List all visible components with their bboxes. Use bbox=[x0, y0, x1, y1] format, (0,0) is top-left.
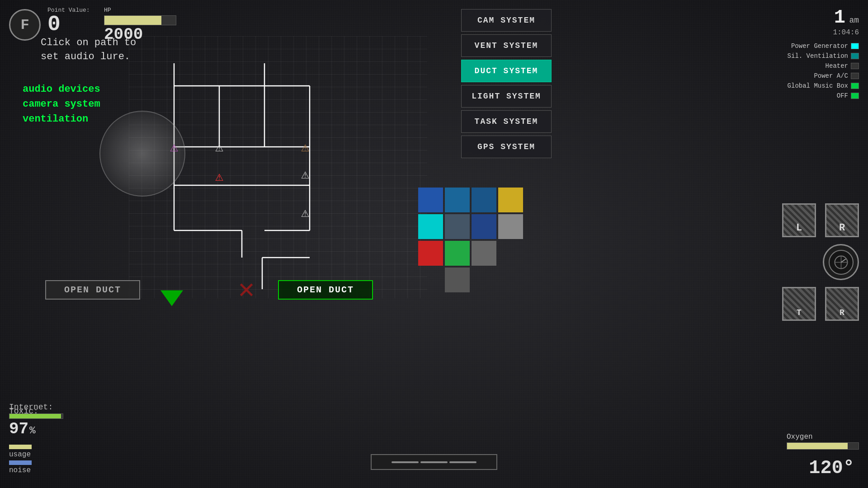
sil-ventilation-indicator bbox=[851, 53, 859, 59]
left-labels: audio devices camera system ventilation bbox=[23, 84, 100, 125]
warning-brown: ⚠ bbox=[301, 139, 309, 155]
color-cell-7[interactable] bbox=[472, 214, 496, 239]
right-control-button[interactable]: R bbox=[825, 203, 859, 237]
t-btn-label: T bbox=[797, 308, 802, 317]
oxygen-bar bbox=[787, 442, 859, 450]
system-buttons-panel: CAM SYSTEM VENT SYSTEM DUCT SYSTEM LIGHT… bbox=[461, 9, 552, 158]
left-btn-label: L bbox=[796, 222, 802, 234]
task-system-button[interactable]: TASK SYSTEM bbox=[461, 110, 552, 133]
far-right-panel: 1 am 1:04:6 Power Generator Sil. Ventila… bbox=[788, 7, 859, 99]
cam-system-button[interactable]: CAM SYSTEM bbox=[461, 9, 552, 32]
r-btn-label-bottom: R bbox=[840, 308, 844, 317]
sil-ventilation-label: Sil. Ventilation bbox=[788, 52, 848, 60]
power-generator-indicator bbox=[851, 43, 859, 49]
color-cell-gray bbox=[472, 241, 496, 266]
cross-mark: ✕ bbox=[238, 272, 255, 306]
open-duct-right-button[interactable]: OPEN DUCT bbox=[278, 280, 373, 300]
ac-label: Power A/C bbox=[814, 72, 848, 80]
badge-letter: F bbox=[20, 17, 29, 33]
internet-percent: 97 bbox=[9, 420, 28, 438]
lr-buttons-bottom: T R bbox=[782, 287, 859, 321]
r-control-button[interactable]: R bbox=[825, 287, 859, 321]
t-control-button[interactable]: T bbox=[782, 287, 816, 321]
internet-text: Internet: bbox=[9, 403, 53, 412]
hp-label: HP bbox=[104, 7, 111, 14]
vent-system-button[interactable]: VENT SYSTEM bbox=[461, 34, 552, 57]
color-cell-gray2 bbox=[445, 267, 470, 292]
internet-label: Internet: 97 % bbox=[9, 403, 63, 438]
ac-indicator bbox=[851, 73, 859, 79]
ac-row: Power A/C bbox=[788, 72, 859, 80]
radar-symbol bbox=[833, 254, 849, 270]
map-area: ⚠ ⚠ ⚠ ⚠ ⚠ ⚠ bbox=[129, 36, 427, 298]
point-area: Point Value: 0 bbox=[47, 7, 90, 35]
point-value: 0 bbox=[47, 14, 90, 35]
usage-label-text: usage bbox=[9, 450, 31, 459]
color-grid: ⊙ bbox=[418, 188, 523, 292]
bottom-center-bar bbox=[371, 454, 497, 470]
instruction-line1: Click on path to bbox=[41, 36, 136, 50]
warning-white-1: ⚠ bbox=[215, 139, 223, 155]
music-row: Global Music Box bbox=[788, 82, 859, 89]
right-btn-label: R bbox=[839, 222, 845, 234]
color-cell-2[interactable] bbox=[445, 188, 470, 212]
bar-line-1 bbox=[392, 461, 419, 463]
radar-button[interactable] bbox=[823, 244, 859, 280]
color-cell-5[interactable] bbox=[418, 214, 443, 239]
usage-area: usage bbox=[9, 445, 32, 459]
duct-system-button[interactable]: DUCT SYSTEM bbox=[461, 60, 552, 82]
light-system-button[interactable]: LIGHT SYSTEM bbox=[461, 85, 552, 108]
warning-white-3: ⚠ bbox=[301, 204, 309, 221]
lr-buttons-top: L R bbox=[782, 203, 859, 237]
color-cell-8 bbox=[498, 214, 523, 239]
sil-ventilation-row: Sil. Ventilation bbox=[788, 52, 859, 60]
center-control-bar[interactable] bbox=[371, 454, 497, 470]
noise-area: noise bbox=[9, 460, 32, 474]
off-row: OFF bbox=[788, 92, 859, 99]
oxygen-label: Oxygen bbox=[787, 433, 859, 441]
bar-line-3 bbox=[449, 461, 476, 463]
label-audio-devices[interactable]: audio devices bbox=[23, 84, 100, 95]
time-display: 1 am 1:04:6 bbox=[833, 7, 859, 37]
color-cell-green[interactable] bbox=[445, 241, 470, 266]
off-label: OFF bbox=[837, 92, 848, 99]
bar-line-2 bbox=[420, 461, 448, 463]
time-ampm: am bbox=[849, 16, 859, 25]
left-control-button[interactable]: L bbox=[782, 203, 816, 237]
open-duct-left-button[interactable]: OPEN DUCT bbox=[45, 280, 140, 300]
power-generator-label: Power Generator bbox=[791, 42, 848, 50]
color-cell-6[interactable] bbox=[445, 214, 470, 239]
instruction-text: Click on path to set audio lure. bbox=[41, 36, 136, 64]
power-indicators: Power Generator Sil. Ventilation Heater … bbox=[788, 42, 859, 99]
internet-percent-sign: % bbox=[29, 425, 35, 436]
instruction-line2: set audio lure. bbox=[41, 50, 136, 64]
degrees-display: 120° bbox=[809, 457, 854, 479]
color-cell-red[interactable] bbox=[418, 241, 443, 266]
radar-inner bbox=[829, 250, 854, 275]
oxygen-area: Oxygen bbox=[787, 433, 859, 450]
off-indicator bbox=[851, 93, 859, 99]
label-camera-system[interactable]: camera system bbox=[23, 99, 100, 110]
time-hour: 1 bbox=[834, 7, 845, 28]
warning-red: ⚠ bbox=[215, 168, 223, 185]
color-cell-4[interactable] bbox=[498, 188, 523, 212]
music-label: Global Music Box bbox=[788, 82, 848, 89]
heater-row: Heater bbox=[788, 62, 859, 70]
hp-bar-fill bbox=[104, 16, 161, 25]
power-generator-row: Power Generator bbox=[788, 42, 859, 50]
down-arrow-indicator bbox=[160, 291, 183, 306]
noise-label-text: noise bbox=[9, 466, 31, 474]
label-ventilation[interactable]: ventilation bbox=[23, 113, 100, 125]
warning-white-2: ⚠ bbox=[301, 166, 309, 183]
right-controls: L R T R bbox=[782, 203, 859, 321]
hp-bar bbox=[104, 15, 176, 25]
color-cell-3[interactable] bbox=[472, 188, 496, 212]
oxygen-bar-fill bbox=[787, 443, 848, 449]
heater-label: Heater bbox=[826, 62, 848, 70]
gps-system-button[interactable]: GPS SYSTEM bbox=[461, 136, 552, 158]
creature-indicator bbox=[99, 111, 185, 197]
music-indicator bbox=[851, 83, 859, 89]
player-badge: F bbox=[9, 9, 41, 41]
heater-indicator bbox=[851, 63, 859, 69]
color-cell-1[interactable] bbox=[418, 188, 443, 212]
